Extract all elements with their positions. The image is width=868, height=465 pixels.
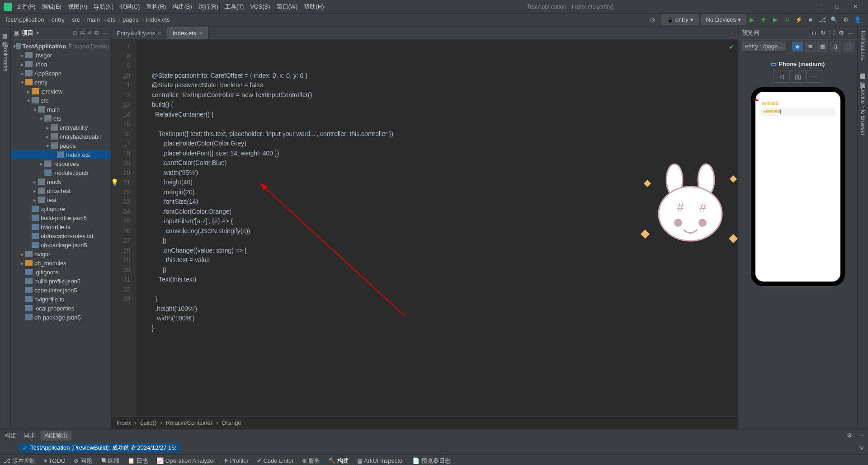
menu-view[interactable]: 视图(V) [68, 3, 87, 11]
tree-item[interactable]: local.properties [11, 304, 111, 313]
tool-arkui-inspector[interactable]: ▤ ArkUI Inspector [357, 457, 405, 464]
code-line[interactable] [145, 119, 738, 129]
git-icon[interactable]: ⎇ [816, 15, 828, 25]
project-tree[interactable]: ▾TestApplicationE:\nana\Deskto▸.hvigor▸.… [11, 40, 111, 429]
tree-item[interactable]: hvigorfile.ts [11, 295, 111, 304]
crumb-build[interactable]: build() [140, 419, 156, 426]
stack-icon[interactable]: ≋ [805, 42, 816, 52]
text-tool-icon[interactable]: Tт [811, 29, 817, 36]
hide-icon[interactable]: — [102, 29, 108, 36]
layers-icon[interactable]: ◆ [792, 42, 803, 52]
code-line[interactable]: build() { [145, 100, 738, 110]
build-result-chip[interactable]: ✔TestApplication [PreviewBuild]: 成功的 在20… [19, 443, 180, 452]
coverage-button[interactable]: ▶ [769, 15, 781, 25]
tree-item[interactable]: module.json5 [11, 168, 111, 177]
crumb-pages[interactable]: pages [123, 16, 138, 23]
code-line[interactable]: @State passwordState: boolean = false [145, 80, 738, 90]
code-line[interactable]: .height('100%') [145, 304, 738, 314]
tree-item[interactable]: ▸entrybackupabil [11, 132, 111, 141]
gear-icon[interactable]: ⚙ [839, 29, 844, 36]
crumb-orange[interactable]: Orange [222, 419, 241, 426]
code-line[interactable]: .placeholderColor(Color.Grey) [145, 139, 738, 149]
build-sync-tab[interactable]: 同步 [24, 432, 35, 440]
tree-item[interactable]: ▸AppScope [11, 69, 111, 78]
maximize-button[interactable]: □ [828, 3, 846, 10]
tree-item[interactable]: hvigorfile.ts [11, 222, 111, 231]
tree-item-selected[interactable]: Index.ets [11, 150, 111, 159]
settings-icon[interactable]: ⚙ [840, 15, 852, 25]
right-tab-notifications[interactable]: Notifications [858, 26, 868, 65]
menu-build[interactable]: 构建(B) [172, 3, 192, 11]
code-line[interactable]: }) [145, 236, 738, 246]
code-line[interactable]: .onChange((value: string) => { [145, 246, 738, 256]
crumb-src[interactable]: src [72, 16, 80, 23]
route-chip[interactable]: entry : /page... [742, 42, 786, 51]
tool-preview-log[interactable]: 📄 预览器日志 [412, 457, 451, 465]
code-line[interactable] [145, 285, 738, 295]
menu-run[interactable]: 运行(R) [198, 3, 218, 11]
run-button[interactable]: ▶ [746, 15, 758, 25]
gear-icon[interactable]: ⚙ [94, 29, 99, 36]
tree-item[interactable]: ▾main [11, 105, 111, 114]
expand-icon[interactable]: ⇆ [80, 29, 85, 36]
code-line[interactable]: .height(40) [145, 178, 738, 188]
menu-refactor[interactable]: 重构(R) [146, 3, 166, 11]
left-tab-structure[interactable]: 结构 [0, 33, 10, 41]
locate-icon[interactable]: ⊙ [72, 29, 77, 36]
tree-item[interactable]: ▾src [11, 96, 111, 105]
menu-vcs[interactable]: VCS(S) [250, 3, 270, 10]
menu-tools[interactable]: 工具(T) [225, 3, 244, 11]
code-line[interactable]: }) [145, 265, 738, 275]
minimize-button[interactable]: — [810, 3, 828, 10]
tool-services[interactable]: ⊛ 服务 [302, 457, 321, 465]
refresh-icon[interactable]: ↻ [821, 29, 826, 36]
intention-bulb-icon[interactable]: 💡 [111, 178, 118, 188]
code-line[interactable]: .inputFilter('[a-z]', (e) => { [145, 216, 738, 226]
tree-item[interactable]: code-linter.json5 [11, 286, 111, 295]
tree-item[interactable]: oh-package.json5 [11, 313, 111, 322]
hide-icon[interactable]: — [858, 432, 863, 439]
code-line[interactable]: controller: TextInputController = new Te… [145, 90, 738, 100]
device-selector[interactable]: No Devices ▾ [701, 14, 746, 25]
module-selector[interactable]: 📱 entry ▾ [661, 14, 698, 25]
tree-item[interactable]: ▸.preview [11, 87, 111, 96]
crumb-file[interactable]: Index.ets [146, 16, 170, 23]
code-line[interactable]: .placeholderFont({ size: 14, weight: 400… [145, 149, 738, 159]
tool-build[interactable]: 🔨 构建 [328, 457, 349, 465]
tree-item[interactable]: ▸test [11, 195, 111, 204]
grid-icon[interactable]: ▦ [817, 42, 828, 52]
code-line[interactable]: Text(this.text) [145, 275, 738, 285]
crumb-entry[interactable]: entry [52, 16, 65, 23]
tree-item[interactable]: oh-package.json5 [11, 240, 111, 249]
target-icon[interactable]: ◎ [647, 15, 659, 25]
collapse-icon[interactable]: ⇲ [859, 445, 863, 451]
tree-item[interactable]: ▾ets [11, 114, 111, 123]
device-screen[interactable]: eeereee eeereee| [755, 92, 840, 282]
crumb-project[interactable]: TestApplication [5, 16, 44, 23]
tree-item[interactable]: ▸entryability [11, 123, 111, 132]
tree-item[interactable]: ▸.hvigor [11, 51, 111, 60]
tool-vcs[interactable]: ⎇ 版本控制 [4, 457, 36, 465]
search-icon[interactable]: 🔍 [828, 15, 840, 25]
left-tab-bookmarks[interactable]: Bookmarks [0, 41, 10, 75]
hide-icon[interactable]: — [848, 29, 854, 36]
tree-item[interactable]: ▾pages [11, 141, 111, 150]
code-line[interactable]: @State positionInfo: CaretOffset = { ind… [145, 71, 738, 81]
rerun-button[interactable]: ↻ [781, 15, 793, 25]
debug-button[interactable]: ❉ [758, 15, 769, 25]
code-line[interactable]: .margin(20) [145, 188, 738, 197]
tree-item[interactable]: build-profile.json5 [11, 277, 111, 286]
close-icon[interactable]: × [199, 30, 203, 37]
gear-icon[interactable]: ⚙ [847, 432, 852, 439]
code-line[interactable]: .width('95%') [145, 168, 738, 178]
code-line[interactable]: .fontSize(14) [145, 197, 738, 207]
tree-item[interactable]: build-profile.json5 [11, 213, 111, 222]
tree-item[interactable]: ▸oh_modules [11, 258, 111, 268]
menu-help[interactable]: 帮助(H) [304, 3, 324, 11]
code-area[interactable]: 789101112131415161718192021💡222324252627… [111, 40, 738, 416]
collapse-icon[interactable]: ≡ [88, 29, 91, 36]
right-tab-preview[interactable]: 预览器 [858, 74, 868, 83]
tree-item[interactable]: .gitignore [11, 268, 111, 277]
tool-code-linter[interactable]: ✔ Code Linter [257, 457, 294, 464]
crumb-index[interactable]: Index [117, 419, 131, 426]
